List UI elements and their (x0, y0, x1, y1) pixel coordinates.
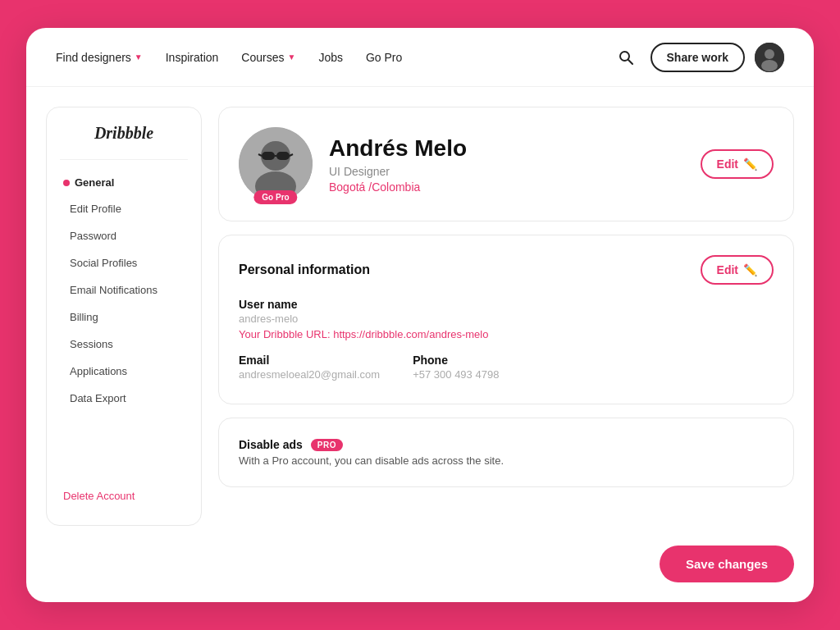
svg-point-4 (761, 60, 778, 71)
phone-field-group: Phone +57 300 493 4798 (413, 354, 499, 384)
profile-location: Bogotá /Colombia (329, 180, 684, 194)
sidebar-logo: Dribbble (47, 124, 201, 143)
profile-card: Go Pro Andrés Melo UI Designer Bogotá /C… (218, 107, 794, 221)
chevron-down-icon: ▼ (287, 52, 295, 62)
footer: Save changes (26, 546, 814, 602)
nav-links: Find designers ▼ Inspiration Courses ▼ J… (56, 51, 611, 64)
sidebar: Dribbble General Edit Profile Password S… (46, 107, 202, 526)
sidebar-item-password[interactable]: Password (47, 222, 201, 249)
email-phone-row: Email andresmeloeal20@gmail.com Phone +5… (239, 354, 774, 384)
disable-ads-card: Disable ads PRO With a Pro account, you … (218, 418, 794, 487)
dribbble-url[interactable]: Your Dribbble URL: https://dribbble.com/… (239, 328, 774, 340)
sidebar-item-data-export[interactable]: Data Export (47, 385, 201, 412)
pro-badge: PRO (311, 439, 343, 451)
personal-info-edit-button[interactable]: Edit ✏️ (701, 255, 774, 285)
navbar: Find designers ▼ Inspiration Courses ▼ J… (26, 28, 814, 87)
profile-name: Andrés Melo (329, 135, 684, 162)
nav-find-designers[interactable]: Find designers ▼ (56, 51, 143, 64)
sidebar-item-edit-profile[interactable]: Edit Profile (47, 195, 201, 222)
chevron-down-icon: ▼ (135, 52, 143, 62)
profile-edit-button[interactable]: Edit ✏️ (701, 149, 774, 179)
nav-jobs[interactable]: Jobs (318, 51, 343, 64)
sidebar-item-social-profiles[interactable]: Social Profiles (47, 249, 201, 276)
search-icon (618, 49, 634, 66)
sidebar-item-applications[interactable]: Applications (47, 358, 201, 385)
pencil-icon: ✏️ (743, 158, 757, 171)
user-avatar-nav[interactable] (755, 43, 784, 72)
email-field-group: Email andresmeloeal20@gmail.com (239, 354, 380, 384)
svg-rect-9 (276, 152, 290, 160)
svg-rect-8 (262, 152, 275, 160)
nav-courses[interactable]: Courses ▼ (241, 51, 295, 64)
avatar-image (755, 43, 784, 72)
right-panel: Go Pro Andrés Melo UI Designer Bogotá /C… (218, 107, 794, 526)
sidebar-item-billing[interactable]: Billing (47, 304, 201, 331)
disable-ads-description: With a Pro account, you can disable ads … (239, 454, 774, 467)
nav-actions: Share work (611, 43, 784, 72)
nav-inspiration[interactable]: Inspiration (166, 51, 219, 64)
svg-point-3 (765, 49, 774, 59)
personal-info-title: Personal information (239, 262, 370, 277)
main-card: Find designers ▼ Inspiration Courses ▼ J… (26, 28, 814, 602)
active-indicator (63, 180, 70, 186)
sidebar-general[interactable]: General (47, 170, 201, 195)
personal-info-header: Personal information Edit ✏️ (239, 255, 774, 285)
sidebar-item-email-notifications[interactable]: Email Notifications (47, 276, 201, 304)
delete-account-link[interactable]: Delete Account (47, 477, 201, 509)
search-button[interactable] (611, 43, 641, 72)
personal-info-card: Personal information Edit ✏️ User name a… (218, 235, 794, 404)
profile-info: Andrés Melo UI Designer Bogotá /Colombia (329, 135, 684, 194)
svg-line-1 (628, 60, 632, 64)
go-pro-badge: Go Pro (253, 190, 297, 204)
save-changes-button[interactable]: Save changes (660, 546, 794, 582)
profile-role: UI Designer (329, 165, 684, 178)
disable-ads-row: Disable ads PRO (239, 438, 774, 451)
sidebar-divider (60, 159, 188, 160)
profile-avatar-wrap: Go Pro (239, 127, 313, 201)
pencil-icon: ✏️ (743, 263, 757, 276)
share-work-button[interactable]: Share work (651, 43, 745, 72)
nav-go-pro[interactable]: Go Pro (366, 51, 402, 64)
sidebar-item-sessions[interactable]: Sessions (47, 331, 201, 358)
username-field: User name andres-melo Your Dribbble URL:… (239, 298, 774, 340)
main-content: Dribbble General Edit Profile Password S… (26, 87, 814, 546)
